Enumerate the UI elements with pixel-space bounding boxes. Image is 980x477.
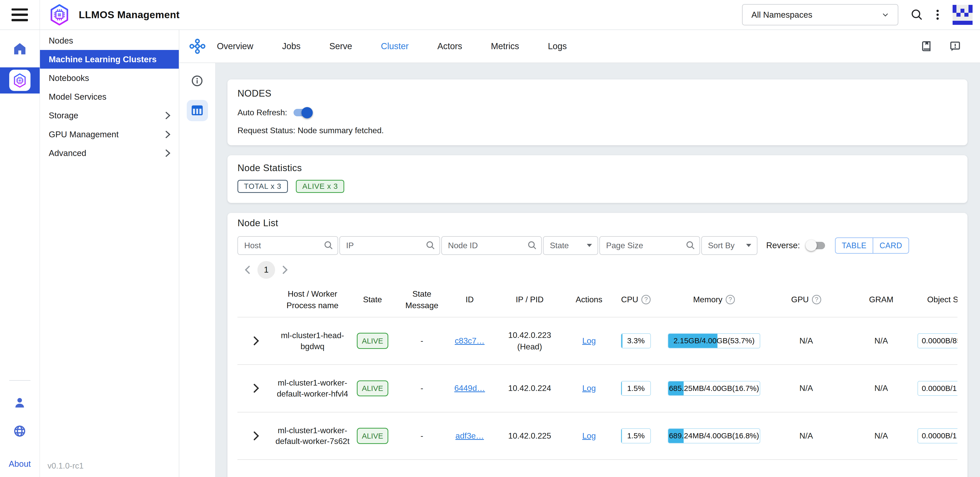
user-profile-button[interactable]: [13, 396, 27, 412]
main-area: Overview Jobs Serve Cluster Actors Metri…: [179, 30, 980, 477]
host-filter-input[interactable]: [237, 236, 338, 255]
chevron-right-icon: [165, 111, 171, 120]
log-link[interactable]: Log: [582, 382, 596, 394]
log-link[interactable]: Log: [582, 430, 596, 442]
sidebar-item-notebooks[interactable]: Notebooks: [40, 68, 179, 87]
help-icon[interactable]: [725, 295, 735, 304]
state-message: -: [395, 335, 449, 347]
dropdown-arrow-icon: [746, 244, 751, 247]
auto-refresh-label: Auto Refresh:: [237, 108, 287, 117]
table-row: ml-cluster1-worker-default-worker-7s62t …: [237, 412, 958, 460]
state-badge: ALIVE: [357, 333, 388, 349]
content-area: NODES Auto Refresh: Request Status: Node…: [216, 63, 980, 477]
tab-overview[interactable]: Overview: [217, 41, 253, 51]
about-link[interactable]: About: [9, 459, 31, 469]
node-id-link[interactable]: adf3e…: [455, 430, 484, 442]
info-button[interactable]: [191, 74, 204, 90]
sort-by-select[interactable]: Sort By: [701, 236, 758, 255]
cluster-tab-bar: Overview Jobs Serve Cluster Actors Metri…: [179, 30, 980, 63]
reverse-label: Reverse:: [766, 240, 800, 250]
state-filter-select[interactable]: State: [543, 236, 598, 255]
tab-actors[interactable]: Actors: [438, 41, 462, 51]
info-icon: [191, 74, 204, 87]
object-store-bar: 0.0000B/1: [918, 428, 958, 444]
node-list-title: Node List: [237, 218, 958, 229]
table-header-row: Host / Worker Process name State State M…: [237, 282, 958, 317]
tab-serve[interactable]: Serve: [329, 41, 352, 51]
help-icon[interactable]: [641, 295, 651, 304]
search-icon: [686, 240, 695, 250]
ray-cluster-icon[interactable]: [189, 38, 205, 54]
alive-count-chip[interactable]: ALIVE x 3: [296, 180, 344, 193]
ip-filter-input[interactable]: [339, 236, 440, 255]
search-icon: [527, 240, 537, 250]
sidebar-item-nodes[interactable]: Nodes: [40, 31, 179, 50]
header-actions: All Namespaces: [742, 4, 980, 25]
tab-metrics[interactable]: Metrics: [491, 41, 519, 51]
node-id-filter-input[interactable]: [441, 236, 542, 255]
hamburger-cell: [0, 0, 40, 29]
card-view-button[interactable]: CARD: [873, 238, 908, 253]
page-size-input[interactable]: [599, 236, 700, 255]
namespace-selector[interactable]: All Namespaces: [742, 4, 898, 25]
state-badge: ALIVE: [357, 428, 388, 444]
llmos-app-nav-selected[interactable]: [0, 67, 40, 94]
request-status-text: Request Status: Node summary fetched.: [237, 126, 958, 135]
sidebar-item-model-services[interactable]: Model Services: [40, 87, 179, 106]
tabs: Overview Jobs Serve Cluster Actors Metri…: [217, 41, 567, 51]
memory-usage-bar: 689.24MB/4.00GB(16.8%): [668, 428, 760, 444]
tab-logs[interactable]: Logs: [548, 41, 567, 51]
next-page-button[interactable]: [280, 264, 290, 276]
sidebar-item-storage[interactable]: Storage: [40, 106, 179, 125]
column-header-state: State: [350, 294, 395, 305]
docs-book-icon[interactable]: [920, 40, 932, 52]
reverse-toggle[interactable]: [805, 240, 826, 251]
cpu-usage-bar: 3.3%: [621, 333, 651, 348]
globe-icon: [13, 424, 27, 438]
expand-row-button[interactable]: [250, 381, 262, 396]
sidebar-item-gpu-management[interactable]: GPU Management: [40, 125, 179, 144]
cpu-usage-bar: 1.5%: [621, 428, 651, 444]
feedback-icon[interactable]: [949, 40, 961, 52]
gpu-value: N/A: [765, 382, 847, 394]
language-button[interactable]: [13, 424, 27, 440]
node-id-link[interactable]: c83c7…: [455, 335, 484, 347]
home-nav-button[interactable]: [12, 41, 27, 59]
tab-cluster[interactable]: Cluster: [381, 41, 409, 51]
object-store-bar: 0.0000B/85: [918, 333, 958, 348]
page-number-current[interactable]: 1: [258, 261, 275, 278]
expand-row-button[interactable]: [250, 428, 262, 444]
table-view-button-selected[interactable]: [187, 100, 208, 121]
total-count-chip[interactable]: TOTAL x 3: [237, 180, 288, 193]
sidebar-item-advanced[interactable]: Advanced: [40, 144, 179, 162]
node-id-link[interactable]: 6449d…: [454, 382, 485, 394]
user-avatar[interactable]: [953, 5, 972, 25]
expand-row-button[interactable]: [250, 333, 262, 348]
memory-usage-bar: 2.15GB/4.00GB(53.7%): [668, 333, 760, 348]
gram-value: N/A: [847, 382, 915, 394]
gpu-value: N/A: [765, 335, 847, 347]
hamburger-menu-icon[interactable]: [11, 8, 28, 21]
table-view-button[interactable]: TABLE: [835, 238, 873, 253]
log-link[interactable]: Log: [582, 335, 596, 347]
node-list-filters: State Sort By: [237, 236, 958, 255]
node-ip: 10.42.0.223 (Head): [490, 329, 569, 353]
chevron-down-icon: [880, 10, 890, 20]
previous-page-button[interactable]: [243, 264, 252, 276]
node-name: ml-cluster1-head-bgdwq: [275, 330, 350, 352]
pagination: 1: [237, 261, 958, 278]
llmos-hexagon-chip-logo-icon: [48, 3, 71, 26]
tab-jobs[interactable]: Jobs: [282, 41, 301, 51]
sidebar-item-machine-learning-clusters[interactable]: Machine Learning Clusters: [40, 50, 179, 68]
state-message: -: [395, 382, 449, 394]
top-header-bar: LLMOS Management All Namespaces: [0, 0, 980, 30]
kebab-menu-icon[interactable]: [935, 8, 940, 21]
help-icon[interactable]: [812, 295, 821, 304]
cpu-usage-bar: 1.5%: [621, 381, 651, 396]
view-mode-toggle-group: TABLE CARD: [835, 237, 909, 254]
node-statistics-panel: Node Statistics TOTAL x 3 ALIVE x 3: [228, 155, 967, 203]
auto-refresh-toggle[interactable]: [293, 107, 313, 118]
table-icon: [190, 103, 204, 117]
search-icon[interactable]: [911, 9, 923, 21]
node-table-scroll-area[interactable]: Host / Worker Process name State State M…: [237, 282, 958, 477]
